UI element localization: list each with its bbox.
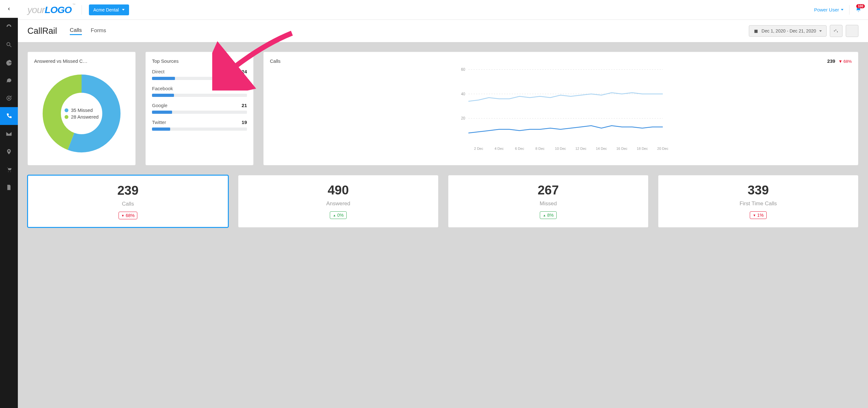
notifications-badge: 100 bbox=[856, 4, 865, 8]
subheader: CallRail Calls Forms Dec 1, 2020 - Dec 2… bbox=[18, 20, 868, 42]
phone-icon bbox=[6, 113, 12, 119]
nav-search[interactable] bbox=[0, 36, 18, 54]
envelope-icon bbox=[6, 131, 12, 137]
svg-text:4 Dec: 4 Dec bbox=[495, 147, 504, 150]
source-value: 23 bbox=[242, 86, 247, 91]
pin-icon bbox=[6, 149, 12, 155]
logo: yourLOGO™ bbox=[27, 4, 74, 15]
svg-text:40: 40 bbox=[461, 92, 466, 96]
svg-text:20: 20 bbox=[461, 116, 466, 120]
gauge-icon bbox=[6, 24, 12, 30]
tab-forms[interactable]: Forms bbox=[91, 27, 106, 34]
svg-text:10 Dec: 10 Dec bbox=[555, 147, 566, 150]
settings-button[interactable] bbox=[830, 25, 842, 37]
user-menu[interactable]: Power User bbox=[814, 7, 843, 12]
svg-text:20 Dec: 20 Dec bbox=[657, 147, 669, 150]
source-value: 19 bbox=[242, 119, 247, 125]
card-answered-vs-missed[interactable]: Answered vs Missed C… 35 Missed 28 Answe… bbox=[27, 52, 136, 166]
metric-card[interactable]: 239Calls▼68% bbox=[27, 175, 228, 228]
target-icon bbox=[6, 95, 12, 101]
svg-text:18 Dec: 18 Dec bbox=[637, 147, 648, 150]
page-title: CallRail bbox=[27, 26, 57, 36]
nav-shop[interactable] bbox=[0, 161, 18, 178]
svg-point-3 bbox=[8, 97, 10, 99]
metric-value: 339 bbox=[665, 183, 852, 197]
metric-label: Calls bbox=[34, 201, 221, 207]
metric-card[interactable]: 267Missed▲8% bbox=[448, 175, 648, 228]
metric-card[interactable]: 339First Time Calls▼1% bbox=[658, 175, 859, 228]
nav-email[interactable] bbox=[0, 125, 18, 143]
card-title: Calls bbox=[270, 58, 280, 64]
client-select[interactable]: Acme Dental bbox=[89, 4, 129, 15]
svg-text:12 Dec: 12 Dec bbox=[576, 147, 587, 150]
user-menu-label: Power User bbox=[814, 7, 839, 12]
donut-chart: 35 Missed 28 Answered bbox=[34, 69, 129, 158]
nav-map[interactable] bbox=[0, 143, 18, 161]
metric-delta: ▼68% bbox=[119, 212, 138, 219]
source-name: Google bbox=[152, 103, 167, 108]
calendar-icon bbox=[754, 29, 758, 33]
svg-line-1 bbox=[10, 46, 11, 47]
sidebar-collapse-button[interactable] bbox=[0, 0, 18, 18]
svg-text:60: 60 bbox=[461, 67, 466, 72]
tab-calls[interactable]: Calls bbox=[70, 27, 82, 35]
metric-delta: ▲0% bbox=[330, 211, 346, 219]
file-icon bbox=[6, 184, 12, 191]
metric-card[interactable]: 490Answered▲0% bbox=[238, 175, 438, 228]
left-nav bbox=[0, 0, 18, 408]
source-name: Facebook bbox=[152, 86, 173, 91]
nav-reports[interactable] bbox=[0, 54, 18, 71]
chevron-left-icon bbox=[7, 7, 11, 11]
svg-point-0 bbox=[7, 42, 10, 46]
svg-text:14 Dec: 14 Dec bbox=[596, 147, 607, 150]
source-name: Direct bbox=[152, 69, 164, 74]
line-chart: 2040602 Dec4 Dec6 Dec8 Dec10 Dec12 Dec14… bbox=[270, 66, 852, 152]
card-title: Answered vs Missed C… bbox=[34, 58, 129, 64]
nav-dashboard[interactable] bbox=[0, 18, 18, 36]
cart-icon bbox=[6, 166, 12, 173]
metric-value: 267 bbox=[455, 183, 642, 197]
sliders-icon bbox=[834, 28, 839, 33]
metric-value: 490 bbox=[245, 183, 432, 197]
pie-icon bbox=[6, 59, 12, 66]
download-icon bbox=[849, 28, 855, 33]
chevron-down-icon bbox=[819, 30, 822, 32]
search-icon bbox=[6, 41, 12, 48]
source-value: 24 bbox=[242, 69, 247, 74]
metric-label: Missed bbox=[455, 201, 642, 207]
source-row: Google21 bbox=[152, 103, 247, 114]
client-select-label: Acme Dental bbox=[93, 7, 119, 12]
topbar: yourLOGO™ Acme Dental Power User 100 bbox=[18, 0, 868, 20]
source-row: Twitter19 bbox=[152, 119, 247, 131]
metric-value: 239 bbox=[34, 183, 221, 198]
nav-docs[interactable] bbox=[0, 178, 18, 196]
svg-text:2 Dec: 2 Dec bbox=[474, 147, 484, 150]
metric-delta: ▲8% bbox=[540, 211, 556, 219]
chart-delta: ▼68% bbox=[838, 59, 852, 64]
source-row: Facebook23 bbox=[152, 86, 247, 97]
card-calls-chart[interactable]: Calls 239 ▼68% 2040602 Dec4 Dec6 Dec8 De… bbox=[263, 52, 859, 166]
svg-text:6 Dec: 6 Dec bbox=[515, 147, 524, 150]
nav-calls[interactable] bbox=[0, 107, 18, 125]
svg-text:8 Dec: 8 Dec bbox=[535, 147, 545, 150]
chat-icon bbox=[6, 77, 12, 84]
svg-text:16 Dec: 16 Dec bbox=[616, 147, 627, 150]
source-value: 21 bbox=[242, 103, 247, 108]
metric-delta: ▼1% bbox=[750, 211, 766, 219]
content: Answered vs Missed C… 35 Missed 28 Answe… bbox=[18, 42, 868, 237]
nav-chat[interactable] bbox=[0, 71, 18, 89]
metric-label: First Time Calls bbox=[665, 201, 852, 207]
metric-label: Answered bbox=[245, 201, 432, 207]
chart-total: 239 bbox=[827, 58, 835, 64]
date-range-text: Dec 1, 2020 - Dec 21, 2020 bbox=[762, 28, 816, 33]
source-name: Twitter bbox=[152, 119, 166, 125]
card-title: Top Sources bbox=[152, 58, 247, 64]
download-button[interactable] bbox=[846, 25, 859, 37]
nav-goals[interactable] bbox=[0, 89, 18, 107]
source-row: Direct24 bbox=[152, 69, 247, 80]
date-range-picker[interactable]: Dec 1, 2020 - Dec 21, 2020 bbox=[749, 25, 827, 37]
notifications-button[interactable]: 100 bbox=[855, 6, 862, 14]
card-top-sources[interactable]: Top Sources Direct24Facebook23Google21Tw… bbox=[145, 52, 254, 166]
